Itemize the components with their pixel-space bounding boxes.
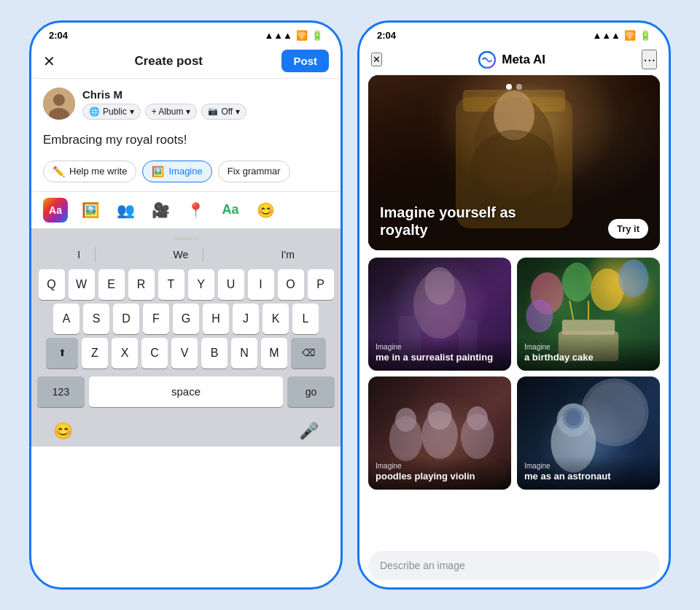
meta-ai-title: Meta AI xyxy=(478,51,545,69)
key-l[interactable]: L xyxy=(292,304,319,334)
svg-point-10 xyxy=(424,267,454,305)
user-name: Chris M xyxy=(82,88,246,101)
key-f[interactable]: F xyxy=(143,304,169,334)
key-h[interactable]: H xyxy=(203,304,229,334)
signal-icon: ▲▲▲ xyxy=(264,30,292,41)
help-me-write-chip[interactable]: ✏️ Help me write xyxy=(43,161,136,182)
key-v[interactable]: V xyxy=(171,338,198,368)
location-toolbar-icon[interactable]: 📍 xyxy=(183,198,208,223)
hero-card-text: Imagine yourself as royalty xyxy=(380,204,602,239)
key-b[interactable]: B xyxy=(201,338,228,368)
svg-point-14 xyxy=(562,263,592,302)
aa-label: Aa xyxy=(49,204,62,216)
key-j[interactable]: J xyxy=(233,304,259,334)
status-time-2: 2:04 xyxy=(377,30,396,41)
key-m[interactable]: M xyxy=(261,338,287,368)
key-s[interactable]: S xyxy=(83,304,109,334)
card-astronaut[interactable]: Imagine me as an astronaut xyxy=(517,377,660,490)
post-text: Embracing my royal roots! xyxy=(31,126,341,158)
privacy-button[interactable]: 🌐 Public ▾ xyxy=(82,104,141,120)
key-g[interactable]: G xyxy=(173,304,199,334)
svg-point-32 xyxy=(621,415,630,424)
fix-grammar-chip[interactable]: Fix grammar xyxy=(218,161,290,182)
help-write-label: Help me write xyxy=(69,166,127,177)
microphone-icon[interactable]: 🎤 xyxy=(299,422,319,441)
avatar xyxy=(43,88,75,120)
album-button[interactable]: + Album ▾ xyxy=(145,104,198,120)
people-toolbar-icon[interactable]: 👥 xyxy=(113,198,138,223)
signal-icon-2: ▲▲▲ xyxy=(592,30,621,41)
try-it-button[interactable]: Try it xyxy=(608,219,648,239)
card-birthday[interactable]: Imagine a birthday cake xyxy=(517,258,660,371)
close-button[interactable]: ✕ xyxy=(43,53,55,70)
imagine-chip[interactable]: 🖼️ Imagine xyxy=(142,161,211,182)
battery-icon-2: 🔋 xyxy=(639,30,651,41)
svg-rect-19 xyxy=(562,320,615,335)
key-w[interactable]: W xyxy=(69,269,95,300)
key-t[interactable]: T xyxy=(158,269,184,300)
off-button[interactable]: 📷 Off ▾ xyxy=(201,104,246,120)
key-z[interactable]: Z xyxy=(82,338,108,368)
predictive-bar: I We I'm xyxy=(31,242,341,266)
key-p[interactable]: P xyxy=(308,269,334,300)
key-i[interactable]: I xyxy=(248,269,274,300)
text-toolbar-icon[interactable]: Aa xyxy=(218,198,243,223)
globe-icon: 🌐 xyxy=(89,107,100,117)
card-4-imagine-label: Imagine xyxy=(524,462,653,470)
pred-word-1[interactable]: I xyxy=(63,247,96,262)
phone-meta-ai: 2:04 ▲▲▲ 🛜 🔋 ✕ xyxy=(357,20,671,590)
aa-toolbar-icon[interactable]: Aa xyxy=(43,198,68,223)
describe-image-input[interactable]: Describe an image xyxy=(368,551,660,580)
svg-point-8 xyxy=(470,130,558,210)
svg-point-26 xyxy=(427,403,451,430)
key-e[interactable]: E xyxy=(98,269,125,300)
key-row-1: Q W E R T Y U I O P xyxy=(34,269,338,300)
create-post-header: ✕ Create post Post xyxy=(31,44,341,79)
more-options-button[interactable]: ··· xyxy=(642,50,657,69)
key-space[interactable]: space xyxy=(89,377,283,407)
key-q[interactable]: Q xyxy=(39,269,65,300)
key-123[interactable]: 123 xyxy=(37,377,85,407)
ai-content: Imagine yourself as royalty Try it xyxy=(359,75,669,545)
card-poodles[interactable]: Imagine poodles playing violin xyxy=(368,377,511,490)
key-shift[interactable]: ⬆ xyxy=(46,338,78,368)
gallery-toolbar-icon[interactable]: 🖼️ xyxy=(78,198,103,223)
meta-ai-close-button[interactable]: ✕ xyxy=(371,53,382,66)
header-title: Create post xyxy=(134,54,203,69)
hero-carousel-dots xyxy=(506,84,522,90)
key-n[interactable]: N xyxy=(231,338,257,368)
key-c[interactable]: C xyxy=(141,338,168,368)
key-u[interactable]: U xyxy=(218,269,244,300)
card-surrealist[interactable]: Imagine me in a surrealist painting xyxy=(368,258,511,371)
card-1-imagine-label: Imagine xyxy=(376,343,504,351)
hero-title-line1: Imagine yourself as xyxy=(380,204,516,220)
card-4-label: Imagine me as an astronaut xyxy=(517,456,660,490)
key-go[interactable]: go xyxy=(287,377,335,407)
emoji-icon[interactable]: 😊 xyxy=(53,422,73,441)
video-toolbar-icon[interactable]: 🎥 xyxy=(148,198,173,223)
ai-grid-cards: Imagine me in a surrealist painting xyxy=(368,258,660,490)
post-button[interactable]: Post xyxy=(281,50,329,72)
hero-card[interactable]: Imagine yourself as royalty Try it xyxy=(368,75,660,250)
key-y[interactable]: Y xyxy=(188,269,214,300)
pred-word-2[interactable]: We xyxy=(158,247,203,262)
hero-title-line2: royalty xyxy=(380,222,428,238)
dot-1 xyxy=(506,84,512,90)
key-o[interactable]: O xyxy=(278,269,304,300)
meta-ai-label: Meta AI xyxy=(502,53,545,67)
privacy-row: 🌐 Public ▾ + Album ▾ 📷 Off ▾ xyxy=(82,104,246,120)
card-1-label: Imagine me in a surrealist painting xyxy=(368,337,511,371)
emoji-toolbar-icon[interactable]: 😊 xyxy=(253,198,278,223)
key-k[interactable]: K xyxy=(262,304,289,334)
pred-word-3[interactable]: I'm xyxy=(267,247,309,262)
card-3-label: Imagine poodles playing violin xyxy=(368,456,511,490)
key-delete[interactable]: ⌫ xyxy=(291,338,326,368)
key-x[interactable]: X xyxy=(112,338,138,368)
card-2-main-label: a birthday cake xyxy=(524,352,653,363)
key-a[interactable]: A xyxy=(53,304,79,334)
key-r[interactable]: R xyxy=(128,269,155,300)
keyboard: Q W E R T Y U I O P A S D F G H J K xyxy=(31,266,341,372)
key-d[interactable]: D xyxy=(113,304,139,334)
privacy-label: Public xyxy=(103,107,127,117)
svg-line-21 xyxy=(569,301,573,320)
